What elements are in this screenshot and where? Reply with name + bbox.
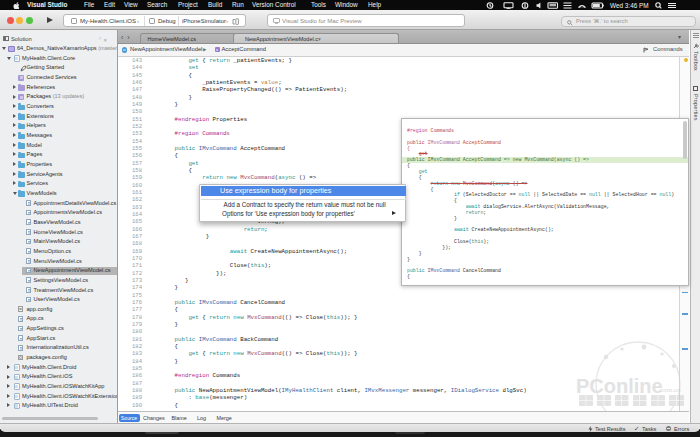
svg-text:Wed 3:46 PM: Wed 3:46 PM (610, 2, 649, 9)
